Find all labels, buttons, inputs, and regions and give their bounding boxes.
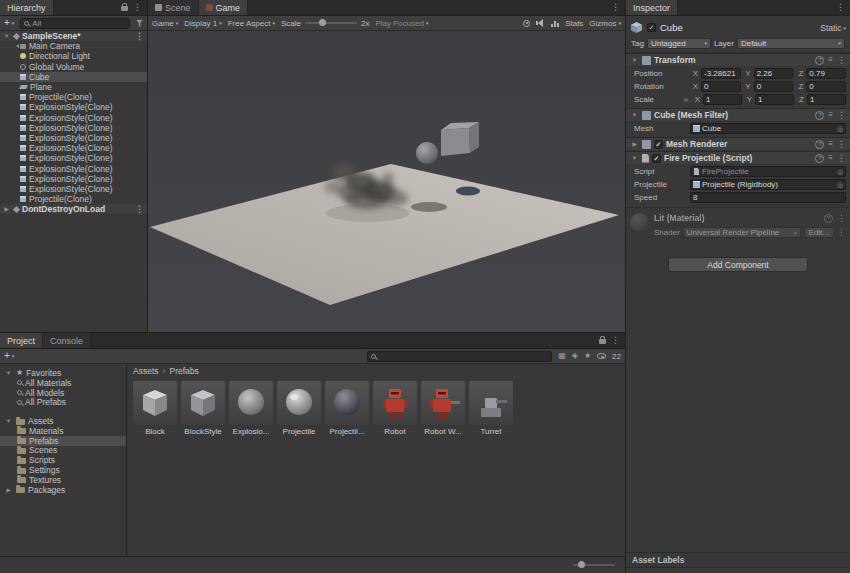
preset-icon[interactable]: ≡ bbox=[828, 154, 833, 162]
foldout-open-icon[interactable]: ▼ bbox=[630, 57, 639, 63]
kebab-icon[interactable]: ⋮ bbox=[837, 56, 846, 65]
material-preview-sphere[interactable] bbox=[630, 213, 649, 232]
tab-game[interactable]: Game bbox=[199, 0, 249, 15]
tab-scene[interactable]: Scene bbox=[148, 0, 199, 15]
kebab-icon[interactable]: ⋮ bbox=[837, 214, 846, 223]
tree-favorites[interactable]: ▼ ★ Favorites bbox=[0, 368, 126, 378]
hierarchy-item[interactable]: ExplosionStyle(Clone) bbox=[0, 123, 147, 133]
tree-textures[interactable]: Textures bbox=[0, 475, 126, 485]
game-mode-dropdown[interactable]: Game▾ bbox=[152, 19, 178, 28]
help-icon[interactable]: ? bbox=[815, 56, 824, 65]
preset-icon[interactable]: ≡ bbox=[828, 56, 833, 64]
project-search-input[interactable] bbox=[367, 351, 552, 362]
asset-item-robot-weapon[interactable]: Robot W... bbox=[420, 381, 466, 436]
tree-scenes[interactable]: Scenes bbox=[0, 446, 126, 456]
tree-packages[interactable]: ▶ Packages bbox=[0, 485, 126, 495]
lock-icon[interactable] bbox=[599, 339, 606, 344]
hidden-count-eye-icon[interactable] bbox=[597, 353, 606, 359]
hierarchy-item[interactable]: Projectile(Clone) bbox=[0, 194, 147, 204]
foldout-open-icon[interactable]: ▼ bbox=[4, 370, 13, 376]
tree-assets[interactable]: ▼ Assets bbox=[0, 416, 126, 426]
foldout-closed-icon[interactable]: ▶ bbox=[2, 206, 11, 212]
asset-item-projectile[interactable]: Projectile bbox=[276, 381, 322, 436]
foldout-open-icon[interactable]: ▼ bbox=[4, 418, 13, 424]
breadcrumb-current[interactable]: Prefabs bbox=[170, 366, 199, 376]
tree-settings[interactable]: Settings bbox=[0, 465, 126, 475]
kebab-icon[interactable]: ⋮ bbox=[836, 3, 845, 12]
metrics-icon[interactable] bbox=[551, 20, 559, 27]
tab-hierarchy[interactable]: Hierarchy bbox=[0, 0, 54, 15]
kebab-icon[interactable]: ⋮ bbox=[611, 336, 620, 345]
hierarchy-item[interactable]: Plane bbox=[0, 82, 147, 92]
foldout-open-icon[interactable]: ▼ bbox=[630, 112, 639, 118]
search-by-label-icon[interactable]: ◈ bbox=[572, 352, 578, 360]
tree-all-materials[interactable]: All Materials bbox=[0, 378, 126, 388]
projectile-object-field[interactable]: Projectile (Rigidbody) ◎ bbox=[690, 179, 846, 190]
hierarchy-item[interactable]: Projectile(Clone) bbox=[0, 92, 147, 102]
fire-projectile-checkbox[interactable]: ✓ bbox=[652, 154, 661, 163]
kebab-icon[interactable]: ⋮ bbox=[135, 32, 144, 41]
tag-dropdown[interactable]: Untagged▾ bbox=[647, 38, 711, 49]
asset-labels-section[interactable]: Asset Labels bbox=[626, 552, 850, 568]
hierarchy-item[interactable]: ExplosionStyle(Clone) bbox=[0, 133, 147, 143]
lock-icon[interactable] bbox=[121, 6, 128, 11]
object-picker-icon[interactable]: ◎ bbox=[837, 181, 843, 189]
hierarchy-item[interactable]: ExplosionStyle(Clone) bbox=[0, 102, 147, 112]
layer-dropdown[interactable]: Default▾ bbox=[737, 38, 845, 49]
hierarchy-item[interactable]: Global Volume bbox=[0, 62, 147, 72]
kebab-icon[interactable]: ⋮ bbox=[837, 140, 846, 149]
help-icon[interactable]: ? bbox=[815, 111, 824, 120]
fire-projectile-header[interactable]: ▼ ✓ Fire Projectile (Script) ?≡⋮ bbox=[626, 151, 850, 165]
transform-header[interactable]: ▼ Transform ?≡⋮ bbox=[626, 53, 850, 67]
kebab-icon[interactable]: ⋮ bbox=[133, 3, 142, 12]
scale-slider-handle[interactable] bbox=[319, 19, 326, 26]
hierarchy-item[interactable]: ExplosionStyle(Clone) bbox=[0, 143, 147, 153]
hierarchy-search-input[interactable]: All bbox=[20, 18, 130, 29]
speed-field[interactable]: 8 bbox=[690, 192, 846, 203]
mesh-renderer-header[interactable]: ▶ ✓ Mesh Renderer ?≡⋮ bbox=[626, 137, 850, 151]
tab-project[interactable]: Project bbox=[0, 333, 43, 348]
scene-header-row[interactable]: ▼ SampleScene* ⋮ bbox=[0, 31, 147, 41]
display-dropdown[interactable]: Display 1▾ bbox=[184, 19, 221, 28]
foldout-closed-icon[interactable]: ▶ bbox=[630, 141, 639, 147]
asset-item-explosion[interactable]: Explosio... bbox=[228, 381, 274, 436]
shader-edit-button[interactable]: Edit... bbox=[804, 227, 834, 238]
thumbnail-zoom-slider[interactable] bbox=[573, 564, 615, 566]
link-scale-icon[interactable]: ∞ bbox=[682, 96, 690, 103]
tree-all-models[interactable]: All Models bbox=[0, 388, 126, 398]
sun-icon[interactable] bbox=[523, 20, 530, 27]
rotation-y-field[interactable]: 0 bbox=[754, 81, 794, 92]
create-button[interactable]: + ▾ bbox=[4, 351, 14, 361]
rotation-x-field[interactable]: 0 bbox=[701, 81, 741, 92]
tree-all-prefabs[interactable]: All Prefabs bbox=[0, 397, 126, 407]
hierarchy-item[interactable]: ExplosionStyle(Clone) bbox=[0, 184, 147, 194]
asset-item-block[interactable]: Block bbox=[132, 381, 178, 436]
rotation-z-field[interactable]: 0 bbox=[806, 81, 846, 92]
play-focused-dropdown[interactable]: Play Focused▾ bbox=[375, 19, 428, 28]
position-z-field[interactable]: 0.79 bbox=[806, 68, 846, 79]
hierarchy-item[interactable]: ExplosionStyle(Clone) bbox=[0, 113, 147, 123]
asset-item-blockstyle[interactable]: BlockStyle bbox=[180, 381, 226, 436]
help-icon[interactable]: ? bbox=[815, 154, 824, 163]
kebab-icon[interactable]: ⋮ bbox=[837, 228, 846, 237]
gameobject-name-field[interactable]: Cube bbox=[660, 22, 816, 33]
zoom-slider-handle[interactable] bbox=[578, 561, 585, 568]
kebab-icon[interactable]: ⋮ bbox=[135, 205, 144, 214]
hierarchy-item[interactable]: Directional Light bbox=[0, 51, 147, 61]
tree-scripts[interactable]: Scripts bbox=[0, 455, 126, 465]
foldout-open-icon[interactable]: ▼ bbox=[2, 33, 11, 39]
mesh-filter-header[interactable]: ▼ Cube (Mesh Filter) ?≡⋮ bbox=[626, 108, 850, 122]
kebab-icon[interactable]: ⋮ bbox=[837, 154, 846, 163]
preset-icon[interactable]: ≡ bbox=[828, 140, 833, 148]
shader-dropdown[interactable]: Universal Render Pipeline▾ bbox=[683, 227, 801, 238]
kebab-icon[interactable]: ⋮ bbox=[611, 3, 620, 12]
foldout-closed-icon[interactable]: ▶ bbox=[4, 487, 13, 493]
hierarchy-item[interactable]: Main Camera bbox=[0, 41, 147, 51]
position-x-field[interactable]: -3.28621 bbox=[701, 68, 741, 79]
help-icon[interactable]: ? bbox=[824, 214, 833, 223]
tab-console[interactable]: Console bbox=[43, 333, 91, 348]
preset-icon[interactable]: ≡ bbox=[828, 111, 833, 119]
scale-y-field[interactable]: 1 bbox=[755, 94, 794, 105]
active-checkbox[interactable]: ✓ bbox=[647, 23, 656, 32]
position-y-field[interactable]: 2.26 bbox=[754, 68, 794, 79]
